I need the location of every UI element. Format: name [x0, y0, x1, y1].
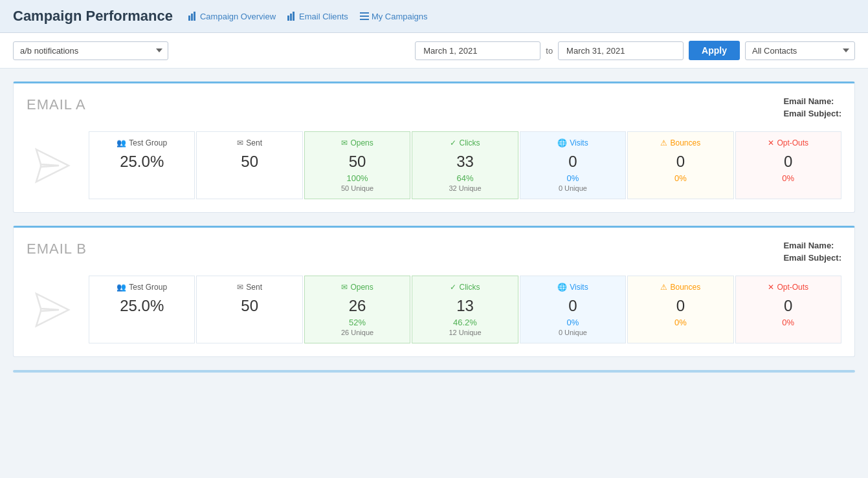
email-a-opens-pct: 100%: [313, 173, 402, 183]
email-b-clicks-unique: 12 Unique: [420, 329, 509, 336]
email-b-optouts-value: 0: [744, 297, 833, 315]
email-a-optouts-header: ✕ Opt-Outs: [744, 138, 833, 147]
date-from-input[interactable]: [415, 41, 540, 60]
envelope-icon: ✉: [237, 138, 243, 147]
email-a-test-group-value: 25.0%: [97, 153, 186, 171]
email-a-clicks-unique: 32 Unique: [420, 184, 509, 192]
app-header: Campaign Performance Campaign Overview E…: [0, 0, 868, 33]
email-b-subject-label: Email Subject:: [783, 253, 841, 263]
bounces-icon-b: ⚠: [660, 283, 667, 292]
page-title: Campaign Performance: [13, 8, 173, 25]
email-a-visits-unique: 0 Unique: [528, 184, 618, 192]
email-b-stats: 👥 Test Group 25.0% ✉ Sent 50 ✉: [89, 276, 841, 343]
bar-chart-icon-2: [287, 12, 296, 21]
email-a-clicks-header: ✓ Clicks: [420, 138, 509, 147]
email-b-visits-cell: 🌐 Visits 0 0% 0 Unique: [520, 276, 626, 343]
email-a-bounces-header: ⚠ Bounces: [636, 138, 725, 147]
email-b-optouts-cell: ✕ Opt-Outs 0 0%: [735, 276, 841, 343]
nav-my-campaigns[interactable]: My Campaigns: [360, 12, 428, 21]
email-b-visits-unique: 0 Unique: [528, 329, 618, 336]
nav-email-clients[interactable]: Email Clients: [287, 12, 348, 21]
email-b-opens-pct: 52%: [313, 318, 402, 327]
email-a-opens-cell: ✉ Opens 50 100% 50 Unique: [304, 131, 410, 199]
email-a-clicks-cell: ✓ Clicks 33 64% 32 Unique: [412, 131, 518, 199]
svg-rect-0: [188, 16, 190, 21]
list-icon: [360, 12, 369, 21]
email-b-visits-pct: 0%: [528, 318, 618, 327]
email-b-meta: Email Name: Email Subject:: [783, 241, 841, 265]
toolbar: a/b notifications to Apply All Contacts: [0, 33, 868, 69]
email-b-name-label: Email Name:: [783, 241, 834, 250]
email-b-test-group-value: 25.0%: [97, 297, 186, 315]
group-icon-b: 👥: [117, 283, 126, 292]
email-a-body: 👥 Test Group 25.0% ✉ Sent 50 ✉: [27, 131, 841, 199]
email-a-section: EMAIL A Email Name: Email Subject:: [13, 81, 855, 213]
email-b-test-group-cell: 👥 Test Group 25.0%: [89, 276, 195, 343]
email-b-sent-header: ✉ Sent: [205, 283, 294, 292]
email-a-header: EMAIL A Email Name: Email Subject:: [27, 96, 841, 121]
email-a-stats: 👥 Test Group 25.0% ✉ Sent 50 ✉: [89, 131, 841, 199]
clicks-icon: ✓: [450, 138, 456, 147]
visits-icon-b: 🌐: [557, 283, 567, 292]
email-a-send-icon: [27, 140, 78, 191]
contacts-select[interactable]: All Contacts: [745, 41, 855, 60]
email-a-subject-row: Email Subject:: [783, 109, 841, 118]
svg-rect-1: [191, 14, 193, 21]
opens-icon-b: ✉: [341, 283, 348, 292]
email-b-send-icon: [27, 284, 78, 336]
email-b-body: 👥 Test Group 25.0% ✉ Sent 50 ✉: [27, 276, 841, 343]
email-b-bounces-pct: 0%: [636, 318, 725, 327]
email-a-visits-cell: 🌐 Visits 0 0% 0 Unique: [520, 131, 626, 199]
date-range: to Apply All Contacts: [415, 41, 855, 60]
svg-rect-3: [287, 16, 289, 21]
svg-rect-7: [360, 16, 369, 17]
bar-chart-icon: [188, 12, 197, 21]
email-a-subject-label: Email Subject:: [783, 109, 841, 118]
optouts-icon: ✕: [768, 138, 774, 147]
email-a-bounces-value: 0: [636, 153, 725, 171]
nav-campaign-overview[interactable]: Campaign Overview: [188, 12, 276, 21]
email-b-opens-unique: 26 Unique: [313, 329, 402, 336]
email-b-clicks-pct: 46.2%: [420, 318, 509, 327]
email-b-test-group-header: 👥 Test Group: [97, 283, 186, 292]
svg-rect-6: [360, 12, 369, 14]
email-a-opens-header: ✉ Opens: [313, 138, 402, 147]
group-icon: 👥: [117, 138, 126, 147]
email-a-meta: Email Name: Email Subject:: [783, 96, 841, 121]
email-a-test-group-cell: 👥 Test Group 25.0%: [89, 131, 195, 199]
optouts-icon-b: ✕: [768, 283, 774, 292]
clicks-icon-b: ✓: [450, 283, 456, 292]
email-b-sent-cell: ✉ Sent 50: [196, 276, 302, 343]
email-b-opens-value: 26: [313, 297, 402, 315]
campaign-select[interactable]: a/b notifications: [13, 41, 168, 60]
envelope-icon-b: ✉: [237, 283, 243, 292]
email-a-name-row: Email Name:: [783, 96, 841, 106]
email-a-clicks-value: 33: [420, 153, 509, 171]
email-a-opens-value: 50: [313, 153, 402, 171]
apply-button[interactable]: Apply: [689, 41, 740, 60]
email-b-label: EMAIL B: [27, 241, 87, 257]
email-a-bounces-pct: 0%: [636, 173, 725, 183]
date-to-input[interactable]: [558, 41, 684, 60]
email-a-label: EMAIL A: [27, 96, 86, 113]
bounces-icon: ⚠: [660, 138, 667, 147]
visits-icon: 🌐: [557, 138, 567, 147]
email-a-test-group-header: 👥 Test Group: [97, 138, 186, 147]
email-b-visits-header: 🌐 Visits: [528, 283, 618, 292]
email-b-bounces-cell: ⚠ Bounces 0 0%: [627, 276, 733, 343]
svg-rect-4: [290, 14, 292, 21]
email-a-optouts-pct: 0%: [744, 173, 833, 183]
email-b-opens-header: ✉ Opens: [313, 283, 402, 292]
svg-rect-5: [293, 12, 295, 21]
email-b-visits-value: 0: [528, 297, 618, 315]
bottom-divider: [13, 370, 855, 373]
email-a-opens-unique: 50 Unique: [313, 184, 402, 192]
email-a-name-label: Email Name:: [783, 96, 834, 106]
email-b-subject-row: Email Subject:: [783, 253, 841, 263]
main-content: EMAIL A Email Name: Email Subject:: [0, 69, 868, 386]
email-a-sent-cell: ✉ Sent 50: [196, 131, 302, 199]
email-b-optouts-pct: 0%: [744, 318, 833, 327]
email-b-name-row: Email Name:: [783, 241, 841, 250]
email-b-clicks-value: 13: [420, 297, 509, 315]
email-a-sent-value: 50: [205, 153, 294, 171]
